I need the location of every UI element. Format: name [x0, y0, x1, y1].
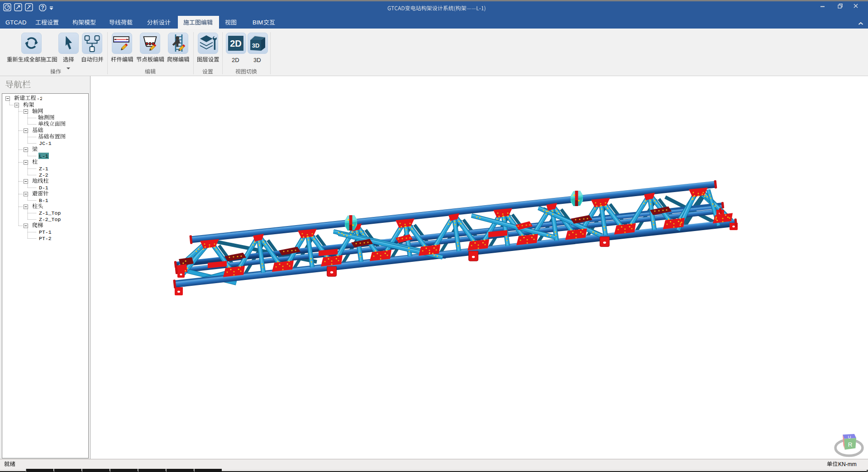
- svg-text:R: R: [848, 441, 853, 448]
- svg-text:?: ?: [41, 5, 44, 11]
- svg-text:-2: -2: [37, 96, 42, 101]
- svg-text:2D: 2D: [230, 39, 242, 48]
- svg-text:3D: 3D: [252, 42, 260, 49]
- svg-text:U: U: [848, 434, 851, 439]
- svg-text:KN-mm: KN-mm: [838, 461, 857, 467]
